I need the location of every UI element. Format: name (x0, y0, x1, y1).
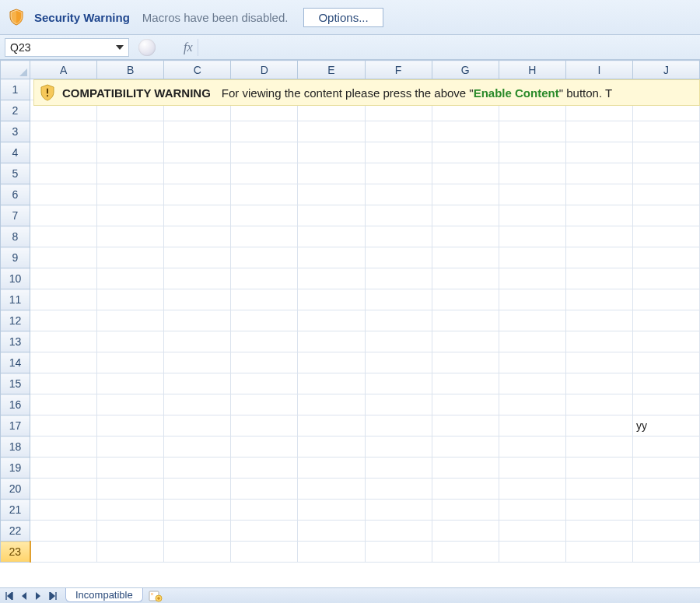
cell[interactable] (298, 310, 365, 331)
column-header[interactable]: F (365, 61, 432, 79)
cell[interactable] (30, 268, 97, 289)
cell[interactable] (499, 458, 565, 479)
cell[interactable] (365, 394, 432, 415)
cell[interactable] (365, 142, 432, 163)
cell[interactable] (365, 163, 432, 184)
cell[interactable] (365, 479, 432, 500)
cell[interactable] (632, 226, 699, 247)
cell[interactable] (565, 310, 632, 331)
cell[interactable] (298, 479, 365, 500)
cell[interactable] (499, 184, 565, 205)
cell[interactable] (97, 121, 164, 142)
cell[interactable] (632, 331, 699, 352)
cell[interactable] (97, 289, 164, 310)
cell[interactable] (565, 184, 632, 205)
cell[interactable] (164, 331, 231, 352)
cell[interactable] (97, 373, 164, 394)
cell[interactable] (365, 436, 432, 458)
cell[interactable] (97, 458, 164, 479)
cell[interactable] (97, 415, 164, 436)
cell[interactable] (164, 184, 231, 205)
cell[interactable] (565, 373, 632, 394)
cell[interactable] (432, 479, 499, 500)
cell[interactable] (164, 142, 231, 163)
cell[interactable] (499, 521, 565, 542)
row-header[interactable]: 4 (1, 142, 30, 163)
cell[interactable] (97, 205, 164, 226)
cell[interactable] (632, 310, 699, 331)
cell[interactable] (499, 226, 565, 247)
cell[interactable] (632, 542, 699, 563)
cell[interactable] (565, 142, 632, 163)
cell[interactable] (432, 500, 499, 521)
row-header[interactable]: 17 (1, 415, 30, 436)
cell[interactable] (231, 226, 298, 247)
cell[interactable] (97, 142, 164, 163)
cell[interactable] (231, 373, 298, 394)
cell[interactable] (298, 521, 365, 542)
cell[interactable] (298, 289, 365, 310)
cell[interactable] (231, 436, 298, 458)
cell[interactable] (365, 373, 432, 394)
cell[interactable] (231, 542, 298, 563)
cell[interactable] (632, 142, 699, 163)
cell[interactable] (432, 542, 499, 563)
cell[interactable] (365, 458, 432, 479)
cell[interactable] (565, 500, 632, 521)
cell[interactable] (30, 479, 97, 500)
cell[interactable] (30, 205, 97, 226)
cell[interactable] (365, 121, 432, 142)
cell[interactable] (164, 521, 231, 542)
cell[interactable] (231, 163, 298, 184)
cell[interactable] (97, 436, 164, 458)
cell[interactable] (30, 331, 97, 352)
cell[interactable] (97, 268, 164, 289)
cell[interactable] (365, 205, 432, 226)
row-header[interactable]: 11 (1, 289, 30, 310)
cell[interactable] (632, 521, 699, 542)
cell[interactable] (432, 310, 499, 331)
cell[interactable] (499, 205, 565, 226)
cell[interactable] (632, 352, 699, 373)
row-header[interactable]: 5 (1, 163, 30, 184)
cell[interactable] (565, 436, 632, 458)
cell[interactable] (231, 352, 298, 373)
cell[interactable] (298, 184, 365, 205)
cell[interactable] (164, 205, 231, 226)
cell[interactable] (298, 436, 365, 458)
cell[interactable] (432, 163, 499, 184)
cell[interactable] (499, 415, 565, 436)
cell[interactable] (565, 205, 632, 226)
cell[interactable] (365, 247, 432, 268)
cell[interactable] (164, 394, 231, 415)
cell[interactable] (164, 458, 231, 479)
cell[interactable] (298, 500, 365, 521)
cell[interactable] (365, 521, 432, 542)
cell[interactable] (432, 121, 499, 142)
column-header[interactable]: B (97, 61, 164, 79)
cell[interactable] (30, 458, 97, 479)
cell[interactable] (432, 352, 499, 373)
cell[interactable] (565, 352, 632, 373)
cell[interactable] (97, 521, 164, 542)
cell[interactable] (499, 163, 565, 184)
cell[interactable] (632, 163, 699, 184)
cell[interactable] (565, 415, 632, 436)
cell[interactable] (499, 542, 565, 563)
cell[interactable] (298, 226, 365, 247)
cell[interactable] (432, 436, 499, 458)
row-header[interactable]: 7 (1, 205, 30, 226)
cell[interactable] (298, 373, 365, 394)
cell[interactable] (298, 247, 365, 268)
cell[interactable] (365, 289, 432, 310)
cell[interactable] (499, 247, 565, 268)
cell[interactable] (30, 500, 97, 521)
cell[interactable] (164, 352, 231, 373)
cell[interactable] (565, 331, 632, 352)
cell[interactable] (432, 142, 499, 163)
cell[interactable] (499, 500, 565, 521)
cell[interactable] (30, 521, 97, 542)
column-header[interactable]: D (231, 61, 298, 79)
cell[interactable] (565, 542, 632, 563)
tab-nav-last-icon[interactable] (45, 590, 59, 602)
